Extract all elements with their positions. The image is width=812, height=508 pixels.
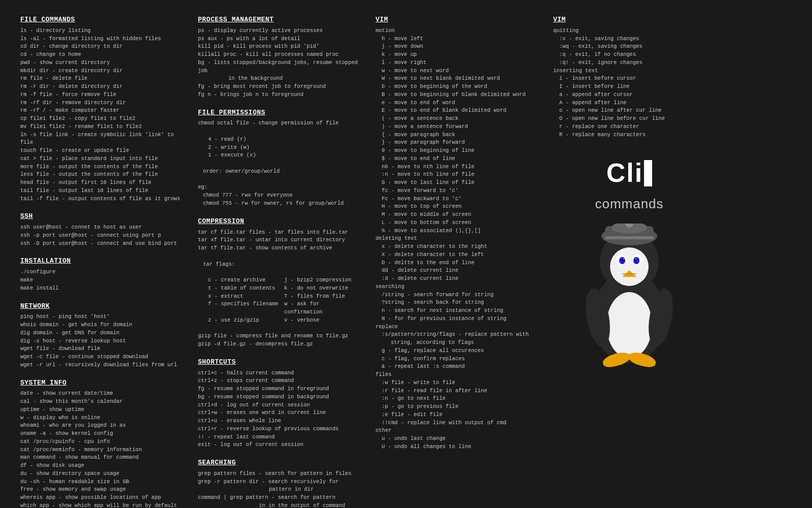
svg-point-3 (610, 247, 649, 286)
ssh-title: SSH (20, 212, 183, 221)
tux-penguin (573, 224, 685, 366)
shortcuts-content: ctrl+c - halts current command ctrl+z - … (198, 369, 360, 450)
system-info-content: date - show current date/time cal - show… (20, 390, 183, 508)
cli-logo-text: Cli (606, 154, 652, 192)
vim-col4-title: VIM (553, 15, 705, 25)
tar-flags-table: c - create archivej - bzip2 compression … (198, 276, 360, 325)
commands-label: commands (595, 195, 663, 214)
searching-content: grep pattern files - search for pattern … (198, 470, 360, 508)
svg-point-9 (633, 257, 639, 264)
compression-content: tar cf file.tar files - tar files into f… (198, 229, 360, 348)
penguin-area: Cli commands (553, 154, 705, 366)
svg-point-5 (619, 257, 625, 264)
svg-point-1 (606, 292, 652, 358)
file-commands-content: ls - directory listing ls -al - formatte… (20, 27, 183, 203)
ssh-content: ssh user@host - connet to host as user s… (20, 224, 183, 247)
vim-col3-title: VIM (376, 15, 538, 25)
file-commands-title: FILE COMMANDS (20, 15, 183, 25)
column-3: VIM motion h - move left j - move down k… (376, 15, 538, 508)
cli-cursor-block (644, 160, 652, 186)
column-2: PROCESS MANAGEMENT ps - display currentl… (198, 15, 360, 508)
network-content: ping host - ping host 'host' whois domai… (20, 313, 183, 369)
process-management-title: PROCESS MANAGEMENT (198, 15, 360, 25)
searching-title: SEARCHING (198, 458, 360, 468)
svg-point-6 (622, 259, 625, 261)
main-grid: FILE COMMANDS ls - directory listing ls … (20, 15, 792, 508)
compression-title: COMPRESSION (198, 217, 360, 227)
svg-rect-24 (605, 236, 654, 239)
svg-point-11 (635, 259, 636, 260)
shortcuts-title: SHORTCUTS (198, 358, 360, 367)
column-1: FILE COMMANDS ls - directory listing ls … (20, 15, 183, 508)
network-title: NETWORK (20, 302, 183, 311)
process-management-content: ps - display currently active processes … (198, 27, 360, 99)
vim-col3-content: motion h - move left j - move down k - m… (376, 27, 538, 451)
svg-point-7 (623, 259, 624, 260)
file-permissions-title: FILE PERMISSIONS (198, 108, 360, 118)
svg-point-10 (634, 259, 637, 261)
vim-col4-content: quitting :x - exit, saving changes :wq -… (553, 27, 705, 139)
column-4: VIM quitting :x - exit, saving changes :… (553, 15, 705, 508)
file-permissions-content: chmod octal file - change permission of … (198, 119, 360, 207)
installation-title: INSTALLATION (20, 257, 183, 266)
installation-content: ./configure make make install (20, 268, 183, 292)
system-info-title: SYSTEM INFO (20, 378, 183, 388)
